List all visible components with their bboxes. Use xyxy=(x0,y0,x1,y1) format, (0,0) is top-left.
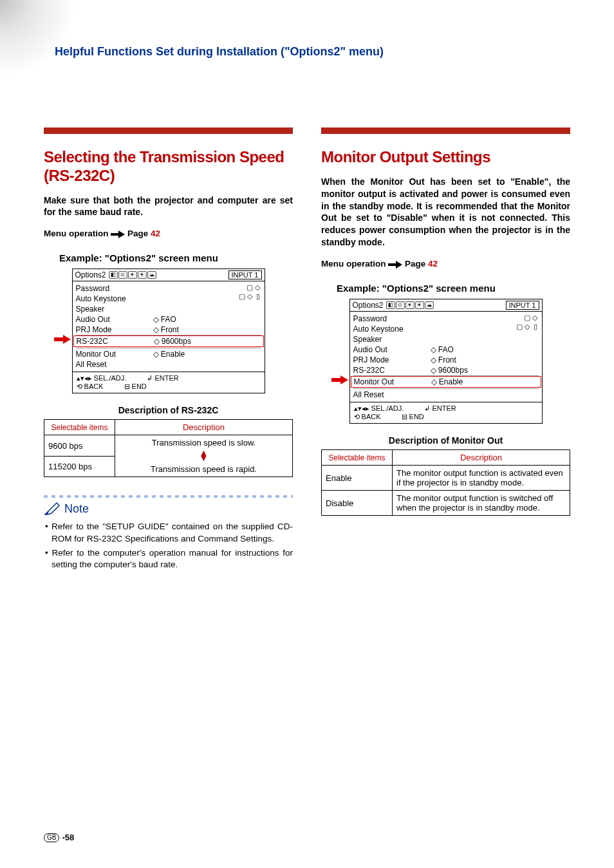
osd-item: All Reset xyxy=(76,359,153,370)
svg-rect-4 xyxy=(388,263,396,266)
osd-icon: ◧ xyxy=(109,271,118,279)
osd-input: INPUT 1 xyxy=(228,270,262,279)
osd-val: ◇ Front xyxy=(431,355,456,365)
osd-val: ◇ FAO xyxy=(431,344,454,355)
osd-item: Auto Keystone xyxy=(76,294,153,304)
example-label-left: Example: "Options2" screen menu xyxy=(59,252,293,263)
desc-rapid: Transmission speed is rapid. xyxy=(119,464,288,474)
osd-item: PRJ Mode xyxy=(353,355,431,365)
page-number: -58 xyxy=(62,833,74,842)
th-description: Description xyxy=(393,450,570,466)
menu-figure-right: Options2 ◧ ☺ ✦ ✦ ☁ INPUT 1 ▢ ◇▢ ◇ ▯ Pass… xyxy=(349,299,543,424)
note-item: Refer to the "SETUP GUIDE" contained on … xyxy=(44,521,293,544)
td-desc: The monitor output function is activated… xyxy=(393,466,570,491)
osd-val: ◇ Enable xyxy=(153,349,185,359)
osd-icon: ✦ xyxy=(128,271,137,279)
svg-rect-0 xyxy=(111,233,118,236)
osd-tab-icons: ◧ ☺ ✦ ✦ ☁ xyxy=(109,271,226,279)
td-item: 9600 bps xyxy=(44,435,115,457)
osd-body: ▢ ◇▢ ◇ ▯ Password Auto Keystone Speaker … xyxy=(350,312,542,402)
desc-table-left: Selectable items Description 9600 bps Tr… xyxy=(44,419,293,477)
osd-item: Audio Out xyxy=(353,344,431,355)
footer: GB -58 xyxy=(44,833,74,842)
pointer-arrow-icon xyxy=(331,375,348,384)
svg-marker-7 xyxy=(340,375,348,384)
updown-arrow-icon: ▲▼ xyxy=(200,450,209,460)
osd-val: ◇ Front xyxy=(153,325,179,335)
svg-marker-3 xyxy=(63,335,71,344)
menu-op-right: Menu operation Page 42 xyxy=(321,259,570,269)
right-column: Monitor Output Settings When the Monitor… xyxy=(321,127,570,573)
gb-badge: GB xyxy=(44,833,59,842)
osd-icon: ◧ xyxy=(386,301,395,309)
intro-left: Make sure that both the projector and co… xyxy=(44,194,293,219)
osd-val: ◇ 9600bps xyxy=(431,365,468,375)
arrow-right-icon xyxy=(388,261,402,269)
arrow-right-icon xyxy=(111,231,125,238)
osd-footer: ▴▾◂▸ SEL./ADJ. ↲ ENTER ⟲ BACK ⊟ END xyxy=(73,372,265,393)
osd-menu: Options2 ◧ ☺ ✦ ✦ ☁ INPUT 1 ▢ ◇▢ ◇ ▯ Pass… xyxy=(349,299,543,424)
osd-icon: ✦ xyxy=(138,271,147,279)
menu-figure-left: Options2 ◧ ☺ ✦ ✦ ☁ INPUT 1 ▢ ◇▢ ◇ ▯ Pass… xyxy=(72,269,265,393)
section-bar xyxy=(44,127,293,134)
pencil-note-icon xyxy=(44,502,60,516)
note-list: Refer to the "SETUP GUIDE" contained on … xyxy=(44,521,293,571)
example-label-right: Example: "Options2" screen menu xyxy=(337,283,570,294)
menu-op-left: Menu operation Page 42 xyxy=(44,229,293,238)
td-item: 115200 bps xyxy=(44,456,115,477)
note-divider xyxy=(44,495,293,498)
osd-title-row: Options2 ◧ ☺ ✦ ✦ ☁ INPUT 1 xyxy=(73,269,265,281)
section-bar xyxy=(321,127,570,134)
osd-item: RS-232C xyxy=(77,336,154,346)
content-columns: Selecting the Transmission Speed (RS-232… xyxy=(44,127,570,573)
note-item: Refer to the computer's operation manual… xyxy=(44,547,293,571)
osd-icon: ✦ xyxy=(405,301,414,309)
osd-item: Monitor Out xyxy=(76,349,153,359)
th-description: Description xyxy=(115,420,293,435)
osd-title: Options2 xyxy=(353,301,384,310)
menu-op-page-word: Page xyxy=(127,229,148,238)
menu-op-page-num[interactable]: 42 xyxy=(428,259,438,269)
osd-menu: Options2 ◧ ☺ ✦ ✦ ☁ INPUT 1 ▢ ◇▢ ◇ ▯ Pass… xyxy=(72,269,265,393)
menu-op-prefix: Menu operation xyxy=(321,259,386,269)
osd-footer: ▴▾◂▸ SEL./ADJ. ↲ ENTER ⟲ BACK ⊟ END xyxy=(350,402,542,423)
svg-marker-1 xyxy=(118,231,125,238)
desc-title-left: Description of RS-232C xyxy=(44,405,293,415)
td-desc-combined: Transmission speed is slow. ▲▼ Transmiss… xyxy=(115,435,293,477)
osd-icon: ☺ xyxy=(396,301,405,309)
menu-op-page-num[interactable]: 42 xyxy=(151,229,160,238)
osd-item: PRJ Mode xyxy=(76,325,153,335)
osd-item: Auto Keystone xyxy=(353,324,431,334)
section-title-left: Selecting the Transmission Speed (RS-232… xyxy=(44,148,293,185)
note-header: Note xyxy=(44,502,293,516)
osd-tab-icons: ◧ ☺ ✦ ✦ ☁ xyxy=(386,301,503,309)
osd-icon: ✦ xyxy=(415,301,424,309)
osd-icon: ☁ xyxy=(425,301,434,309)
td-desc: The monitor output function is switched … xyxy=(393,491,570,516)
osd-item: Monitor Out xyxy=(354,377,431,387)
osd-body: ▢ ◇▢ ◇ ▯ Password Auto Keystone Speaker … xyxy=(73,281,265,372)
osd-item: Password xyxy=(76,283,153,294)
osd-icon: ☁ xyxy=(147,271,156,279)
td-item: Disable xyxy=(322,491,393,516)
osd-input: INPUT 1 xyxy=(506,301,539,310)
osd-item: RS-232C xyxy=(353,365,431,375)
desc-table-right: Selectable items Description Enable The … xyxy=(321,449,570,516)
desc-title-right: Description of Monitor Out xyxy=(321,435,570,446)
note-label: Note xyxy=(64,502,89,516)
td-item: Enable xyxy=(322,466,393,491)
osd-right-icons: ▢ ◇▢ ◇ ▯ xyxy=(516,313,537,331)
osd-item: Speaker xyxy=(76,304,153,314)
osd-highlight: RS-232C◇ 9600bps xyxy=(73,335,264,347)
section-title-right: Monitor Output Settings xyxy=(321,148,570,167)
osd-val: ◇ 9600bps xyxy=(154,336,191,346)
corner-gradient xyxy=(0,0,77,77)
th-selectable: Selectable items xyxy=(322,450,393,466)
osd-right-icons: ▢ ◇▢ ◇ ▯ xyxy=(239,283,260,301)
osd-highlight: Monitor Out◇ Enable xyxy=(351,376,541,388)
page-header: Helpful Functions Set during Installatio… xyxy=(55,45,384,59)
osd-item: Speaker xyxy=(353,334,431,344)
osd-title-row: Options2 ◧ ☺ ✦ ✦ ☁ INPUT 1 xyxy=(350,299,542,312)
intro-right: When the Monitor Out has been set to "En… xyxy=(321,176,570,249)
menu-op-page-word: Page xyxy=(405,259,425,269)
